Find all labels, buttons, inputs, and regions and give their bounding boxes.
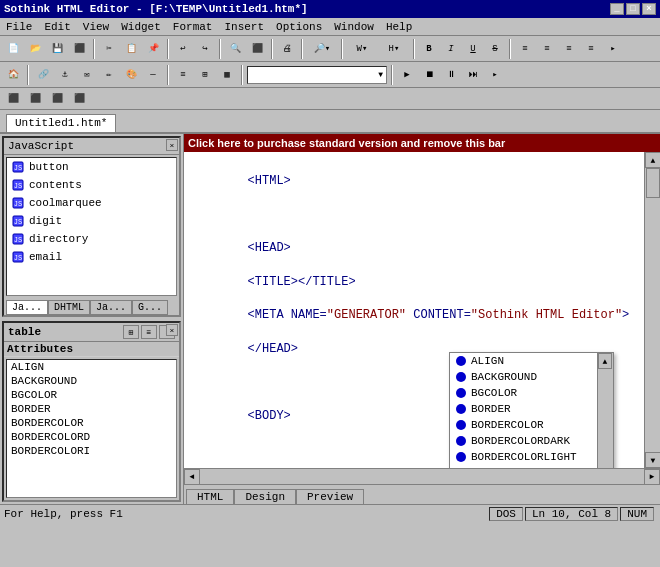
italic-button[interactable]: I: [441, 39, 461, 59]
new-button[interactable]: 📄: [3, 39, 23, 59]
file-tab[interactable]: Untitled1.htm*: [6, 114, 116, 132]
panel-tab-ja1[interactable]: Ja...: [6, 300, 48, 315]
dash-button[interactable]: —: [143, 65, 163, 85]
attr-grid-btn[interactable]: ⊞: [123, 325, 139, 339]
word-button[interactable]: W▾: [347, 39, 377, 59]
more-button[interactable]: ▸: [603, 39, 623, 59]
close-button[interactable]: ×: [642, 3, 656, 15]
autocomplete-list[interactable]: ALIGN BACKGROUND BGCOLOR: [450, 353, 597, 468]
replace-button[interactable]: ⬛: [247, 39, 267, 59]
bold-button[interactable]: B: [419, 39, 439, 59]
address-dropdown[interactable]: ▼: [247, 66, 387, 84]
frame-button[interactable]: ▦: [217, 65, 237, 85]
h-scroll-left[interactable]: ◄: [184, 469, 200, 485]
cut-button[interactable]: ✂: [99, 39, 119, 59]
list-button[interactable]: ≡: [173, 65, 193, 85]
color-button[interactable]: 🎨: [121, 65, 141, 85]
h-scroll-right[interactable]: ►: [644, 469, 660, 485]
ac-item[interactable]: BACKGROUND: [450, 369, 597, 385]
next-button[interactable]: ⏭: [463, 65, 483, 85]
attr-item[interactable]: ALIGN: [7, 360, 176, 374]
edit-button[interactable]: ✏: [99, 65, 119, 85]
align-justify-button[interactable]: ≡: [581, 39, 601, 59]
pause-button[interactable]: ⏸: [441, 65, 461, 85]
find-button[interactable]: 🔍: [225, 39, 245, 59]
ac-item[interactable]: CELLPADDING: [450, 465, 597, 468]
panel-tab-g[interactable]: G...: [132, 300, 168, 315]
tb3-btn4[interactable]: ⬛: [69, 89, 89, 109]
menu-insert[interactable]: Insert: [222, 21, 266, 33]
tab-preview[interactable]: Preview: [296, 489, 364, 504]
strike-button[interactable]: S: [485, 39, 505, 59]
attr-item[interactable]: BORDERCOLORD: [7, 430, 176, 444]
tb3-btn3[interactable]: ⬛: [47, 89, 67, 109]
attr-list[interactable]: ALIGN BACKGROUND BGCOLOR BORDER BORDERCO…: [6, 359, 177, 498]
redo-button[interactable]: ↪: [195, 39, 215, 59]
attr-item[interactable]: BACKGROUND: [7, 374, 176, 388]
list-item[interactable]: JS button: [7, 158, 176, 176]
menu-window[interactable]: Window: [332, 21, 376, 33]
ac-item[interactable]: BORDERCOLOR: [450, 417, 597, 433]
attr-item[interactable]: BORDERCOLOR: [7, 416, 176, 430]
attr-item[interactable]: BORDER: [7, 402, 176, 416]
home-button[interactable]: 🏠: [3, 65, 23, 85]
tab-html[interactable]: HTML: [186, 489, 234, 504]
more2-button[interactable]: ▸: [485, 65, 505, 85]
link-button[interactable]: 🔗: [33, 65, 53, 85]
minimize-button[interactable]: _: [610, 3, 624, 15]
list-item[interactable]: JS email: [7, 248, 176, 266]
promo-bar[interactable]: Click here to purchase standard version …: [184, 134, 660, 152]
email-button[interactable]: ✉: [77, 65, 97, 85]
align-left-button[interactable]: ≡: [515, 39, 535, 59]
scroll-down-btn[interactable]: ▼: [645, 452, 660, 468]
stop-button[interactable]: ⏹: [419, 65, 439, 85]
js-panel-close[interactable]: ×: [166, 139, 178, 151]
copy-button[interactable]: 📋: [121, 39, 141, 59]
list-item[interactable]: JS contents: [7, 176, 176, 194]
menu-file[interactable]: File: [4, 21, 34, 33]
ac-item[interactable]: BORDER: [450, 401, 597, 417]
open-button[interactable]: 📂: [25, 39, 45, 59]
play-button[interactable]: ▶: [397, 65, 417, 85]
ac-item[interactable]: BORDERCOLORDARK: [450, 433, 597, 449]
menu-widget[interactable]: Widget: [119, 21, 163, 33]
menu-options[interactable]: Options: [274, 21, 324, 33]
tb3-btn2[interactable]: ⬛: [25, 89, 45, 109]
menu-format[interactable]: Format: [171, 21, 215, 33]
editor-scrollbar[interactable]: ▲ ▼: [644, 152, 660, 468]
align-right-button[interactable]: ≡: [559, 39, 579, 59]
scroll-thumb[interactable]: [646, 168, 660, 198]
attr-panel-close[interactable]: ×: [166, 324, 178, 336]
title-bar-buttons[interactable]: _ □ ×: [610, 3, 656, 15]
zoom-button[interactable]: 🔎▾: [307, 39, 337, 59]
scroll-up-btn[interactable]: ▲: [645, 152, 660, 168]
menu-help[interactable]: Help: [384, 21, 414, 33]
js-list[interactable]: JS button JS contents JS coolmarquee: [6, 157, 177, 296]
ac-item[interactable]: BORDERCOLORLIGHT: [450, 449, 597, 465]
panel-tab-ja2[interactable]: Ja...: [90, 300, 132, 315]
align-center-button[interactable]: ≡: [537, 39, 557, 59]
attr-item[interactable]: BGCOLOR: [7, 388, 176, 402]
maximize-button[interactable]: □: [626, 3, 640, 15]
ac-item[interactable]: ALIGN: [450, 353, 597, 369]
list-item[interactable]: JS directory: [7, 230, 176, 248]
attr-item[interactable]: BORDERCOLORI: [7, 444, 176, 458]
underline-button[interactable]: U: [463, 39, 483, 59]
menu-view[interactable]: View: [81, 21, 111, 33]
menu-edit[interactable]: Edit: [42, 21, 72, 33]
attr-list-btn[interactable]: ≡: [141, 325, 157, 339]
ac-item[interactable]: BGCOLOR: [450, 385, 597, 401]
save-button[interactable]: 💾: [47, 39, 67, 59]
list-item[interactable]: JS digit: [7, 212, 176, 230]
heading-button[interactable]: H▾: [379, 39, 409, 59]
anchor-button[interactable]: ⚓: [55, 65, 75, 85]
panel-tab-dhtml[interactable]: DHTML: [48, 300, 90, 315]
tb3-btn1[interactable]: ⬛: [3, 89, 23, 109]
ac-scroll-up[interactable]: ▲: [598, 353, 612, 369]
table-button[interactable]: ⊞: [195, 65, 215, 85]
save-all-button[interactable]: ⬛: [69, 39, 89, 59]
print-button[interactable]: 🖨: [277, 39, 297, 59]
undo-button[interactable]: ↩: [173, 39, 193, 59]
list-item[interactable]: JS coolmarquee: [7, 194, 176, 212]
paste-button[interactable]: 📌: [143, 39, 163, 59]
